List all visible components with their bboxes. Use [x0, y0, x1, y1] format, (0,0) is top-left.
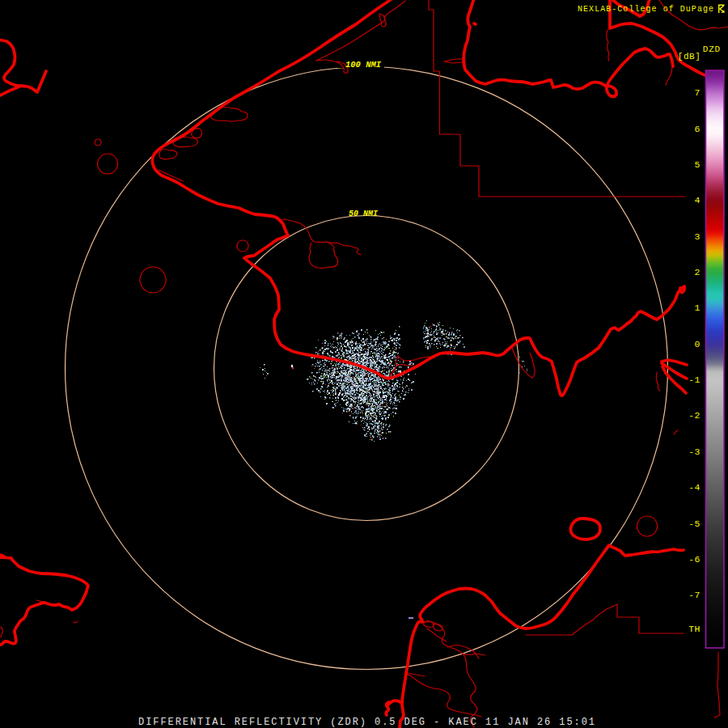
svg-text:3: 3 [695, 231, 700, 242]
svg-text:100 NMI: 100 NMI [345, 60, 382, 70]
svg-text:1: 1 [695, 303, 700, 313]
svg-text:6: 6 [695, 124, 700, 134]
svg-text:DIFFERENTIAL REFLECTIVITY (ZDR: DIFFERENTIAL REFLECTIVITY (ZDR) 0.5 DEG … [138, 717, 595, 728]
svg-text:2: 2 [695, 267, 700, 277]
svg-text:-3: -3 [688, 447, 700, 457]
svg-text:-2: -2 [688, 410, 700, 421]
svg-text:4: 4 [695, 195, 700, 205]
svg-text:50 NMI: 50 NMI [349, 209, 379, 218]
svg-text:[dB]: [dB] [678, 52, 701, 61]
svg-text:-5: -5 [688, 518, 700, 529]
svg-text:-7: -7 [688, 590, 700, 600]
svg-text:-6: -6 [688, 554, 700, 565]
svg-text:DZD: DZD [703, 44, 721, 54]
svg-text:0: 0 [695, 339, 700, 349]
svg-text:NEXLAB-College of DuPage: NEXLAB-College of DuPage [578, 5, 713, 14]
svg-text:-1: -1 [688, 375, 700, 385]
svg-text:7: 7 [695, 87, 700, 98]
svg-text:-4: -4 [688, 482, 700, 493]
svg-text:5: 5 [695, 159, 700, 170]
svg-text:TH: TH [688, 624, 700, 634]
